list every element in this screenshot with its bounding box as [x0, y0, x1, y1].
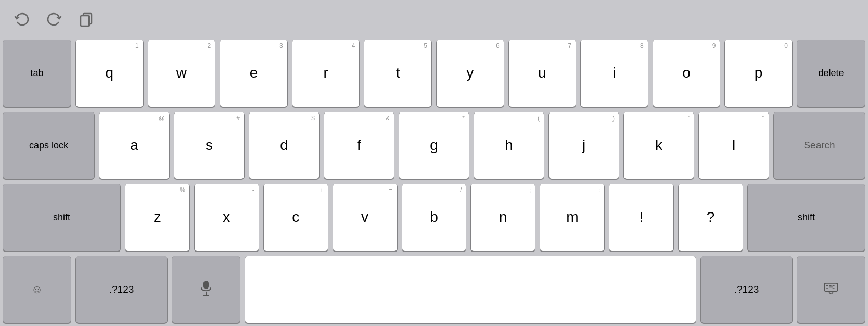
key-sub-n: ;: [529, 186, 531, 194]
key-delete[interactable]: delete: [797, 40, 865, 107]
copy-button[interactable]: [75, 8, 98, 31]
key-capslock[interactable]: caps lock: [3, 112, 94, 179]
key-label-y: y: [466, 66, 474, 80]
key-o[interactable]: 9 o: [653, 40, 720, 107]
key-question[interactable]: ?: [679, 184, 743, 251]
key-s[interactable]: # s: [174, 112, 244, 179]
key-sub-r: 4: [352, 42, 355, 49]
key-number-left[interactable]: .?123: [76, 256, 167, 323]
key-t[interactable]: 5 t: [364, 40, 431, 107]
key-sub-y: 6: [496, 42, 500, 49]
key-label-shift-right: shift: [798, 212, 815, 222]
key-sub-v: =: [389, 186, 393, 194]
key-label-number-right: .?123: [734, 284, 759, 294]
key-sub-m: :: [598, 186, 600, 194]
key-label-o: o: [682, 66, 691, 80]
key-label-z: z: [154, 210, 161, 224]
key-e[interactable]: 3 e: [220, 40, 287, 107]
key-tab[interactable]: tab: [3, 40, 71, 107]
key-label-tab: tab: [30, 68, 43, 78]
key-label-l: l: [732, 138, 735, 153]
key-sub-a: @: [159, 115, 165, 122]
key-sub-d: $: [311, 115, 315, 122]
key-number-right[interactable]: .?123: [701, 256, 792, 323]
key-j[interactable]: ) j: [549, 112, 619, 179]
key-u[interactable]: 7 u: [509, 40, 576, 107]
key-sub-l: ": [762, 115, 764, 122]
key-a[interactable]: @ a: [99, 112, 169, 179]
svg-rect-1: [81, 16, 89, 26]
key-shift-right[interactable]: shift: [748, 184, 865, 251]
emoji-icon: ☺: [31, 283, 43, 296]
hide-keyboard-icon: [824, 283, 838, 296]
key-sub-o: 9: [712, 42, 716, 49]
key-label-x: x: [223, 210, 230, 224]
key-sub-g: *: [462, 115, 465, 122]
key-label-f: f: [357, 138, 361, 153]
key-label-q: q: [106, 66, 114, 80]
key-sub-t: 5: [424, 42, 427, 49]
key-label-exclamation: !: [640, 210, 644, 224]
key-hide-keyboard[interactable]: [797, 256, 865, 323]
toolbar: [3, 0, 865, 40]
redo-button[interactable]: [43, 8, 66, 31]
key-label-question: ?: [707, 210, 715, 224]
key-sub-w: 2: [208, 42, 211, 49]
key-label-j: j: [582, 138, 585, 153]
key-k[interactable]: ' k: [624, 112, 694, 179]
key-d[interactable]: $ d: [249, 112, 319, 179]
key-sub-e: 3: [279, 42, 283, 49]
key-g[interactable]: * g: [399, 112, 469, 179]
key-label-e: e: [250, 66, 258, 80]
key-r[interactable]: 4 r: [292, 40, 360, 107]
key-label-i: i: [612, 66, 616, 80]
key-row-3: shift % z - x + c = v / b ;: [3, 184, 865, 251]
key-sub-q: 1: [135, 42, 139, 49]
key-label-shift-left: shift: [53, 212, 70, 222]
svg-rect-2: [203, 281, 209, 289]
key-label-p: p: [755, 66, 763, 80]
key-row-1: tab 1 q 2 w 3 e 4 r 5 t 6: [3, 40, 865, 107]
key-z[interactable]: % z: [125, 184, 189, 251]
key-q[interactable]: 1 q: [76, 40, 143, 107]
key-sub-c: +: [320, 186, 324, 194]
key-sub-h: (: [538, 115, 540, 122]
key-label-d: d: [280, 138, 288, 153]
key-label-g: g: [430, 138, 438, 153]
key-label-r: r: [323, 66, 328, 80]
key-label-b: b: [430, 210, 438, 224]
undo-button[interactable]: [10, 8, 33, 31]
key-v[interactable]: = v: [333, 184, 397, 251]
key-label-v: v: [361, 210, 368, 224]
key-l[interactable]: " l: [699, 112, 769, 179]
key-sub-b: /: [460, 186, 462, 194]
key-sub-f: &: [386, 115, 390, 122]
key-x[interactable]: - x: [195, 184, 259, 251]
key-search[interactable]: Search: [774, 112, 865, 179]
key-label-delete: delete: [818, 68, 844, 78]
key-label-number-left: .?123: [109, 284, 134, 294]
key-w[interactable]: 2 w: [148, 40, 215, 107]
key-sub-x: -: [252, 186, 254, 194]
key-space[interactable]: [245, 256, 696, 323]
key-n[interactable]: ; n: [471, 184, 535, 251]
key-f[interactable]: & f: [324, 112, 394, 179]
key-sub-s: #: [236, 115, 240, 122]
key-shift-left[interactable]: shift: [3, 184, 120, 251]
key-label-k: k: [655, 138, 662, 153]
key-emoji[interactable]: ☺: [3, 256, 71, 323]
key-i[interactable]: 8 i: [581, 40, 648, 107]
key-c[interactable]: + c: [264, 184, 328, 251]
key-p[interactable]: 0 p: [725, 40, 792, 107]
key-label-s: s: [206, 138, 213, 153]
key-h[interactable]: ( h: [474, 112, 544, 179]
key-label-u: u: [538, 66, 546, 80]
key-y[interactable]: 6 y: [437, 40, 504, 107]
key-label-capslock: caps lock: [29, 141, 68, 150]
key-exclamation[interactable]: !: [609, 184, 673, 251]
key-label-h: h: [505, 138, 513, 153]
key-sub-i: 8: [640, 42, 644, 49]
key-m[interactable]: : m: [540, 184, 604, 251]
key-mic[interactable]: [172, 256, 240, 323]
key-b[interactable]: / b: [402, 184, 466, 251]
